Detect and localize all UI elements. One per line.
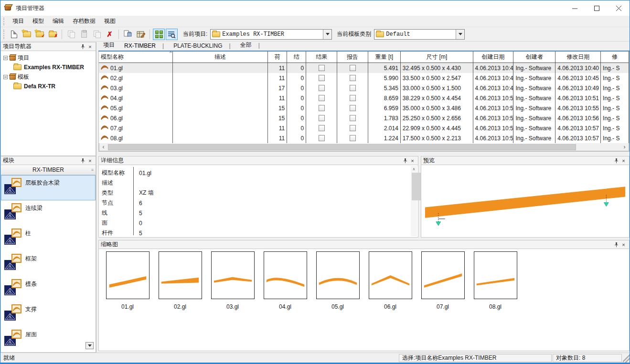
results-checkbox[interactable] xyxy=(319,115,325,121)
close-icon[interactable]: × xyxy=(86,157,94,164)
detail-view-toggle[interactable] xyxy=(166,29,178,40)
resize-grip[interactable] xyxy=(623,353,630,363)
column-header-5[interactable]: 结果 xyxy=(306,52,337,62)
close-icon[interactable]: × xyxy=(409,157,416,164)
tab-全部[interactable]: 全部| xyxy=(235,42,265,51)
results-checkbox[interactable] xyxy=(319,135,325,141)
thumbnail-image[interactable] xyxy=(106,251,149,299)
thumbnail-item[interactable]: 05.gl xyxy=(311,251,364,310)
tab-项目[interactable]: 项目 xyxy=(98,42,119,51)
tab-PLATE-BUCKLING[interactable]: PLATE-BUCKLING| xyxy=(169,42,235,51)
collapse-icon[interactable] xyxy=(3,75,8,79)
module-group-header[interactable]: RX-TIMBER ≡ xyxy=(0,165,96,175)
tab-RX-TIMBER[interactable]: RX-TIMBER| xyxy=(119,42,169,51)
column-header-3[interactable]: 荷 xyxy=(268,52,287,62)
module-item-檩条[interactable]: 檩条 xyxy=(1,276,96,302)
results-checkbox[interactable] xyxy=(319,65,325,71)
current-project-combobox[interactable]: Examples RX-TIMBER xyxy=(210,29,332,40)
minimize-button[interactable] xyxy=(564,0,586,16)
close-button[interactable] xyxy=(608,0,630,16)
thumbnail-view-toggle[interactable] xyxy=(153,29,165,40)
module-item-柱[interactable]: 柱 xyxy=(1,226,96,251)
results-checkbox[interactable] xyxy=(319,75,325,81)
column-header-10[interactable]: 创建者 xyxy=(513,52,555,62)
report-checkbox[interactable] xyxy=(350,125,356,131)
thumbnail-image[interactable] xyxy=(421,251,465,299)
menu-item-模型[interactable]: 模型 xyxy=(28,16,48,26)
delete-button[interactable]: ✗ xyxy=(104,29,116,40)
thumbnail-image[interactable] xyxy=(316,251,360,299)
module-item-屋面[interactable]: 屋面 xyxy=(1,327,96,352)
scrollbar-thumb[interactable] xyxy=(108,144,576,150)
copy-button[interactable] xyxy=(65,29,77,40)
pin-icon[interactable] xyxy=(613,241,620,248)
menu-item-视图[interactable]: 视图 xyxy=(100,16,120,26)
report-checkbox[interactable] xyxy=(350,105,356,111)
report-checkbox[interactable] xyxy=(350,135,356,141)
tree-node-templates[interactable]: 模板 xyxy=(2,72,95,82)
thumbnail-image[interactable] xyxy=(264,251,307,299)
table-row[interactable]: 02.gl1105.99033.500 x 0.500 x 2.5474.06.… xyxy=(99,73,629,83)
menu-item-存档数据[interactable]: 存档数据 xyxy=(68,16,100,26)
table-row[interactable]: 04.gl1108.65938.229 x 0.500 x 4.4544.06.… xyxy=(99,93,629,103)
pin-icon[interactable] xyxy=(402,157,409,164)
module-item-框架[interactable]: 框架 xyxy=(1,251,96,276)
menu-item-编辑[interactable]: 编辑 xyxy=(48,16,68,26)
archive-button[interactable] xyxy=(122,29,134,40)
thumbnail-image[interactable] xyxy=(211,251,255,299)
table-row[interactable]: 03.gl1705.34533.000 x 0.500 x 1.5004.06.… xyxy=(99,83,629,93)
column-header-1[interactable]: 模型名称 xyxy=(99,52,173,62)
thumbnail-item[interactable]: 06.gl xyxy=(364,251,416,310)
pin-icon[interactable] xyxy=(613,157,620,164)
column-header-9[interactable]: 创建日期 xyxy=(473,52,514,62)
maximize-button[interactable] xyxy=(586,0,608,16)
column-header-12[interactable]: 修 xyxy=(601,52,629,62)
results-checkbox[interactable] xyxy=(319,125,325,131)
horizontal-scrollbar[interactable]: ‹ › xyxy=(99,143,629,151)
close-icon[interactable]: × xyxy=(86,43,94,50)
tree-node-template-item[interactable]: Defa RX-TR xyxy=(2,82,95,91)
close-icon[interactable]: × xyxy=(620,157,627,164)
column-header-11[interactable]: 修改日期 xyxy=(555,52,601,62)
report-checkbox[interactable] xyxy=(350,75,356,81)
edit-table-button[interactable] xyxy=(135,29,147,40)
results-checkbox[interactable] xyxy=(319,85,325,91)
module-item-层板胶合木梁[interactable]: 层板胶合木梁 xyxy=(1,175,96,200)
results-checkbox[interactable] xyxy=(319,95,325,101)
results-checkbox[interactable] xyxy=(319,105,325,111)
report-checkbox[interactable] xyxy=(350,65,356,71)
thumbnail-image[interactable] xyxy=(369,251,412,299)
vertical-scrollbar[interactable]: ∧ xyxy=(411,166,417,236)
report-checkbox[interactable] xyxy=(350,95,356,101)
menu-item-项目[interactable]: 项目 xyxy=(8,16,28,26)
column-header-8[interactable]: 尺寸 [m] xyxy=(401,52,473,62)
module-item-连续梁[interactable]: 连续梁 xyxy=(1,200,96,226)
pin-icon[interactable] xyxy=(79,43,86,50)
table-row[interactable]: 05.gl1506.95935.000 x 0.500 x 3.4864.06.… xyxy=(99,103,629,113)
dropdown-button[interactable] xyxy=(323,30,331,39)
report-checkbox[interactable] xyxy=(350,115,356,121)
thumbnail-image[interactable] xyxy=(159,251,202,299)
open-project-button[interactable]: ★✓ xyxy=(34,29,46,40)
scroll-down-button[interactable] xyxy=(85,342,94,349)
scroll-right-icon[interactable]: › xyxy=(620,143,629,151)
new-model-button[interactable] xyxy=(8,29,20,40)
pin-icon[interactable] xyxy=(79,157,86,164)
thumbnail-item[interactable]: 01.gl xyxy=(101,251,154,310)
column-header-4[interactable]: 结 xyxy=(287,52,306,62)
table-row[interactable]: 08.gl1101.22417.500 x 0.500 x 2.2134.06.… xyxy=(99,133,629,143)
paste-button[interactable] xyxy=(78,29,90,40)
table-row[interactable]: 01.gl1105.49132.495 x 0.500 x 4.4304.06.… xyxy=(99,63,629,73)
thumbnail-item[interactable]: 03.gl xyxy=(206,251,259,310)
dropdown-button[interactable] xyxy=(456,30,464,39)
module-item-支撑[interactable]: 支撑 xyxy=(1,302,96,327)
column-header-2[interactable]: 描述 xyxy=(173,52,268,62)
thumbnail-item[interactable]: 04.gl xyxy=(259,251,311,310)
thumbnail-item[interactable]: 08.gl xyxy=(469,251,522,310)
scroll-left-icon[interactable]: ‹ xyxy=(99,143,107,151)
tree-node-projects[interactable]: 项目 xyxy=(2,53,95,62)
project-select-button[interactable]: ✗ xyxy=(47,29,59,40)
report-checkbox[interactable] xyxy=(350,85,356,91)
new-project-button[interactable]: ★ xyxy=(21,29,33,40)
table-row[interactable]: 06.gl1501.78325.250 x 0.500 x 2.6564.06.… xyxy=(99,113,629,123)
